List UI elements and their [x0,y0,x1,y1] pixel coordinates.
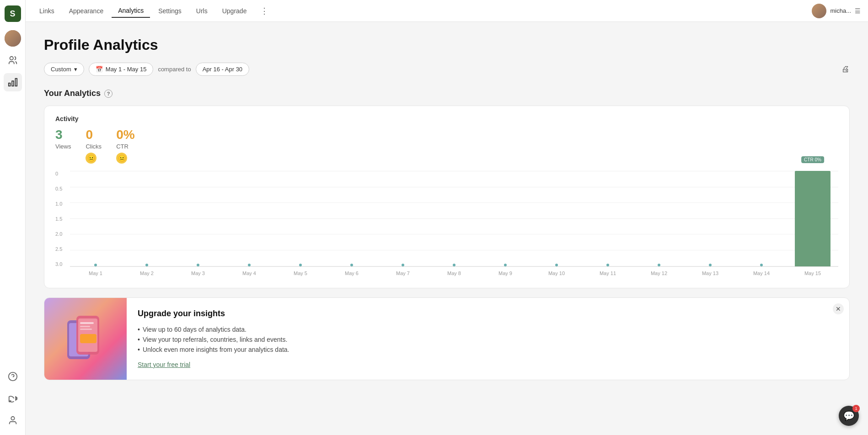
sidebar-item-user[interactable] [4,411,22,430]
comparison-range-label[interactable]: Apr 16 - Apr 30 [196,63,249,76]
views-value: 3 [55,128,63,142]
bar-may13 [685,171,736,266]
date-range-filter[interactable]: 📅 May 1 - May 15 [89,63,154,76]
x-label-may13: May 13 [685,271,736,276]
views-label: Views [55,143,71,150]
tab-analytics[interactable]: Analytics [112,4,150,18]
upgrade-bullet-2: View your top referrals, countries, link… [138,336,838,343]
bar-may12 [633,171,685,266]
bar-may8 [429,171,480,266]
app-logo[interactable]: S [5,5,21,22]
bar-may14 [736,171,787,266]
tab-links[interactable]: Links [33,5,61,17]
page-title: Profile Analytics [44,37,850,53]
analytics-section-title: Your Analytics ? [44,89,850,98]
bar-may10 [531,171,582,266]
chat-bubble[interactable]: 💬 1 [839,406,859,426]
activity-chart: 3.0 2.5 2.0 1.5 1.0 0.5 0 [55,171,838,281]
calendar-icon: 📅 [96,66,103,73]
bar-may3 [172,171,224,266]
upgrade-content: Upgrade your insights View up to 60 days… [127,298,849,380]
tab-appearance[interactable]: Appearance [63,5,110,17]
svg-rect-15 [80,334,96,343]
user-menu[interactable]: micha... ☰ [812,4,861,18]
chart-x-axis: May 1 May 2 May 3 May 4 May 5 May 6 May … [70,268,838,281]
ctr-value: 0% [116,128,134,142]
analytics-help-icon[interactable]: ? [104,90,113,98]
svg-rect-13 [80,326,90,327]
sidebar-item-megaphone[interactable] [4,389,22,408]
filters-row: Custom ▾ 📅 May 1 - May 15 compared to Ap… [44,63,850,76]
clicks-badge: 😐 [86,153,96,164]
sidebar-item-people[interactable] [4,51,22,69]
y-label-1: 1.0 [55,201,68,207]
dropdown-arrow-icon: ▾ [74,66,77,73]
y-label-2: 2.0 [55,231,68,237]
y-label-0: 0 [55,171,68,176]
x-label-may15: May 15 [787,271,838,276]
bar-may11 [582,171,633,266]
x-label-may1: May 1 [70,271,121,276]
main-area: Links Appearance Analytics Settings Urls… [26,0,868,435]
chat-icon: 💬 [843,410,855,421]
x-label-may8: May 8 [429,271,480,276]
main-content: Profile Analytics Custom ▾ 📅 May 1 - May… [26,22,868,435]
upgrade-card: Upgrade your insights View up to 60 days… [44,297,850,380]
chart-bars: CTR 0% [70,171,838,266]
x-label-may3: May 3 [172,271,224,276]
print-button[interactable]: 🖨 [841,64,850,74]
bar-may9 [480,171,531,266]
tab-upgrade[interactable]: Upgrade [216,5,253,17]
stat-clicks: 0 Clicks 😐 [86,128,102,164]
top-navigation: Links Appearance Analytics Settings Urls… [26,0,868,22]
svg-point-7 [11,417,14,420]
custom-filter-button[interactable]: Custom ▾ [44,63,84,76]
stat-views: 3 Views [55,128,71,164]
activity-label: Activity [55,115,838,122]
date-range-label: May 1 - May 15 [106,66,147,73]
x-label-may12: May 12 [633,271,685,276]
bar-may1 [70,171,121,266]
compared-to-label: compared to [158,66,191,73]
x-label-may10: May 10 [531,271,582,276]
chart-y-axis: 3.0 2.5 2.0 1.5 1.0 0.5 0 [55,171,68,267]
sidebar-item-avatar[interactable] [4,29,22,48]
x-label-may7: May 7 [377,271,429,276]
more-menu-icon[interactable]: ⋮ [257,4,272,18]
username-label: micha... [830,7,851,14]
custom-label: Custom [51,66,71,73]
user-menu-icon: ☰ [855,7,861,15]
x-label-may14: May 14 [736,271,787,276]
sidebar-item-analytics[interactable] [4,73,22,91]
svg-rect-1 [15,79,17,86]
upgrade-bullets: View up to 60 days of analytics data. Vi… [138,326,838,353]
bar-may2 [121,171,172,266]
tab-settings[interactable]: Settings [152,5,188,17]
bar-tooltip: CTR 0% [801,156,824,163]
upgrade-cta-button[interactable]: Start your free trial [138,361,190,368]
x-label-may11: May 11 [582,271,633,276]
upgrade-image [44,298,127,380]
x-label-may9: May 9 [480,271,531,276]
y-label-3: 3.0 [55,261,68,267]
bar-may6 [326,171,377,266]
svg-rect-14 [80,329,92,330]
ctr-label: CTR [116,143,129,150]
tab-urls[interactable]: Urls [190,5,214,17]
svg-rect-12 [80,322,94,324]
x-label-may6: May 6 [326,271,377,276]
x-label-may5: May 5 [275,271,326,276]
upgrade-bullet-1: View up to 60 days of analytics data. [138,326,838,333]
upgrade-close-button[interactable]: ✕ [833,303,844,314]
activity-stats: 3 Views 0 Clicks 😐 0% CTR 😐 [55,128,838,164]
svg-rect-2 [12,81,14,86]
clicks-label: Clicks [86,143,102,150]
user-avatar-nav [812,4,826,18]
ctr-badge: 😐 [116,153,127,164]
stat-ctr: 0% CTR 😐 [116,128,134,164]
chart-plot-area: CTR 0% [70,171,838,267]
sidebar-item-help[interactable] [4,367,22,386]
y-label-0_5: 0.5 [55,186,68,191]
svg-point-0 [10,57,13,60]
upgrade-bullet-3: Unlock even more insights from your anal… [138,346,838,353]
